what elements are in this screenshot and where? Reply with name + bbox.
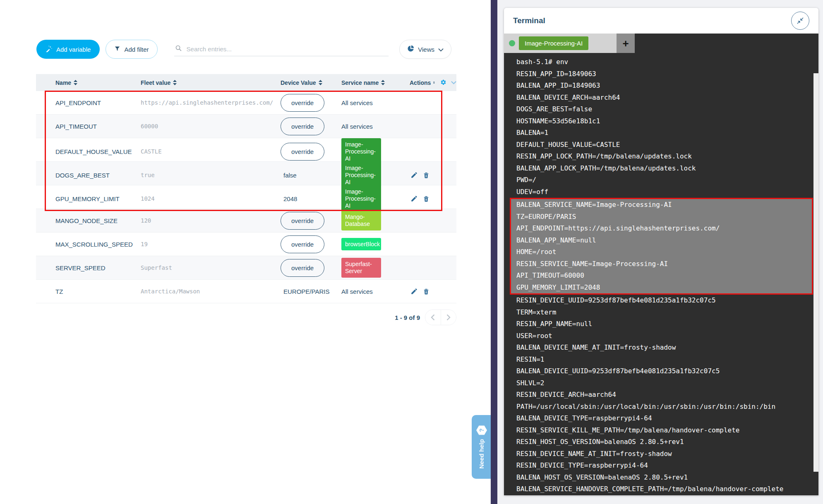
service-badge: Image-Processing-AI [341, 185, 381, 212]
device-value: false [283, 172, 297, 179]
terminal-line: bash-5.1# env [504, 56, 818, 68]
terminal-line: RESIN_APP_NAME=null [504, 318, 818, 330]
add-filter-button[interactable]: Add filter [106, 40, 157, 59]
column-settings-gear-icon[interactable] [440, 79, 447, 86]
table-row[interactable]: API_TIMEOUT 60000 override All services [36, 115, 456, 138]
terminal-line: RESIN_DEVICE_UUID=9253df87befb4e081d235a… [504, 295, 818, 307]
edit-variable-button[interactable] [410, 194, 419, 203]
service-badge: browserBlock [341, 238, 381, 251]
terminal-collapse-button[interactable] [791, 12, 809, 30]
toolbar: Add variable Add filter [36, 40, 451, 59]
previous-page-button[interactable] [425, 310, 441, 325]
table-row[interactable]: MANGO_NODE_SIZE 120 override Mango-Datab… [36, 209, 456, 233]
add-variable-button[interactable]: Add variable [36, 40, 100, 59]
override-button[interactable]: override [281, 118, 324, 135]
override-button[interactable]: override [281, 259, 324, 277]
terminal-output: bash-5.1# envRESIN_APP_ID=1849063BALENA_… [504, 53, 818, 495]
delete-variable-button[interactable] [422, 287, 431, 296]
views-label: Views [418, 46, 434, 53]
column-header-name[interactable]: Name [36, 79, 141, 86]
terminal-scrollbar-thumb[interactable] [813, 73, 818, 472]
pagination-range: 1 - 9 of 9 [395, 314, 420, 321]
override-button[interactable]: override [281, 212, 324, 230]
tab-strip: Image-Processing-AI [504, 34, 617, 53]
add-filter-label: Add filter [124, 46, 149, 53]
delete-variable-button[interactable] [422, 170, 431, 180]
sort-icon [319, 80, 322, 85]
chevron-right-icon [446, 314, 451, 321]
terminal-line: DOGS_ARE_BEST=false [504, 103, 818, 115]
terminal-line: BALENA_DEVICE_TYPE=raspberrypi4-64 [504, 413, 818, 425]
trash-icon [422, 171, 430, 179]
terminal-line: RESIN_DEVICE_ARCH=aarch64 [504, 389, 818, 401]
terminal-line: TERM=xterm [504, 307, 818, 319]
edit-variable-button[interactable] [410, 170, 419, 180]
need-help-inner: Need help ? [476, 425, 487, 469]
column-header-device-value[interactable]: Device Value [273, 79, 341, 86]
terminal-header: Terminal [504, 8, 818, 34]
delete-variable-button[interactable] [422, 194, 431, 203]
override-button[interactable]: override [281, 235, 324, 253]
pencil-icon [410, 171, 418, 179]
variable-name: TZ [36, 288, 141, 295]
edit-variable-button[interactable] [410, 287, 419, 296]
variable-name: MAX_SCROLLING_SPEED [36, 241, 141, 248]
terminal-line: BALENA_APP_LOCK_PATH=/tmp/balena/updates… [504, 163, 818, 175]
table-row[interactable]: DEFAULT_HOUSE_VALUE CASTLE override Imag… [36, 138, 456, 162]
question-hexagon-icon: ? [476, 425, 487, 436]
terminal-tab-image-processing-ai[interactable]: Image-Processing-AI [519, 36, 588, 50]
terminal-line: HOSTNAME=53d56e18b1c1 [504, 115, 818, 127]
collapse-arrows-icon [796, 17, 804, 25]
table-body: API_ENDPOINT https://api.singlehashenter… [36, 91, 456, 303]
service-status-dot [509, 40, 515, 46]
terminal-line: UDEV=off [504, 186, 818, 198]
table-row[interactable]: API_ENDPOINT https://api.singlehashenter… [36, 91, 456, 115]
device-value: 2048 [283, 195, 297, 202]
terminal-line: BALENA_SERVICE_NAME=Image-Processing-AI [511, 199, 812, 211]
column-header-actions[interactable]: Actions [410, 79, 456, 86]
variables-panel: Add variable Add filter [0, 0, 491, 504]
override-button[interactable]: override [281, 143, 324, 161]
fleet-value: 120 [141, 217, 273, 224]
table-row[interactable]: GPU_MEMORY_LIMIT 1024 2048 Image-Process… [36, 185, 456, 209]
device-value: EUROPE/PARIS [283, 288, 329, 295]
pencil-icon [410, 288, 418, 295]
fleet-value: 19 [141, 241, 273, 247]
fleet-value: true [141, 172, 273, 178]
pencil-icon [410, 195, 418, 202]
trash-icon [422, 288, 430, 295]
service-badge: Image-Processing-AI [341, 138, 381, 165]
table-row[interactable]: TZ Antarctica/Mawson EUROPE/PARIS All se… [36, 280, 456, 303]
terminal-line: BALENA_HOST_OS_VERSION=balenaOS 2.80.5+r… [504, 472, 818, 484]
terminal-line: PWD=/ [504, 174, 818, 186]
table-row[interactable]: DOGS_ARE_BEST true false Image-Processin… [36, 162, 456, 185]
service-name: All services [341, 123, 373, 130]
panel-divider[interactable] [491, 0, 497, 504]
new-terminal-tab-button[interactable]: + [617, 34, 635, 53]
override-button[interactable]: override [281, 94, 324, 112]
terminal-line: API_TIMEOUT=60000 [511, 270, 812, 282]
fleet-value: Superfast [141, 264, 273, 271]
pie-chart-icon [407, 45, 414, 53]
views-button[interactable]: Views [399, 40, 451, 59]
variable-name: DOGS_ARE_BEST [36, 172, 141, 179]
add-variable-label: Add variable [56, 46, 91, 53]
search-field [174, 42, 389, 56]
variables-table: Name Fleet value Device Value Service na… [36, 74, 456, 303]
table-collapse-chevron-icon[interactable] [451, 81, 456, 84]
fleet-value: CASTLE [141, 148, 273, 155]
terminal-line: BALENA_DEVICE_ARCH=aarch64 [504, 92, 818, 104]
table-row[interactable]: MAX_SCROLLING_SPEED 19 override browserB… [36, 233, 456, 256]
column-header-fleet-value[interactable]: Fleet value [141, 79, 273, 86]
terminal-tab-bar: Image-Processing-AI + [504, 34, 818, 53]
terminal-line: BALENA_APP_ID=1849063 [504, 80, 818, 92]
terminal-line: RESIN_HOST_OS_VERSION=balenaOS 2.80.5+re… [504, 436, 818, 448]
search-input[interactable] [174, 42, 389, 55]
chevron-left-icon [431, 314, 435, 321]
table-row[interactable]: SERVER_SPEED Superfast override Superfas… [36, 256, 456, 280]
trash-icon [422, 195, 430, 202]
terminal-line: HOME=/root [511, 246, 812, 258]
column-header-service-name[interactable]: Service name [341, 79, 410, 86]
next-page-button[interactable] [441, 310, 456, 325]
need-help-tab[interactable]: Need help ? [472, 415, 491, 479]
